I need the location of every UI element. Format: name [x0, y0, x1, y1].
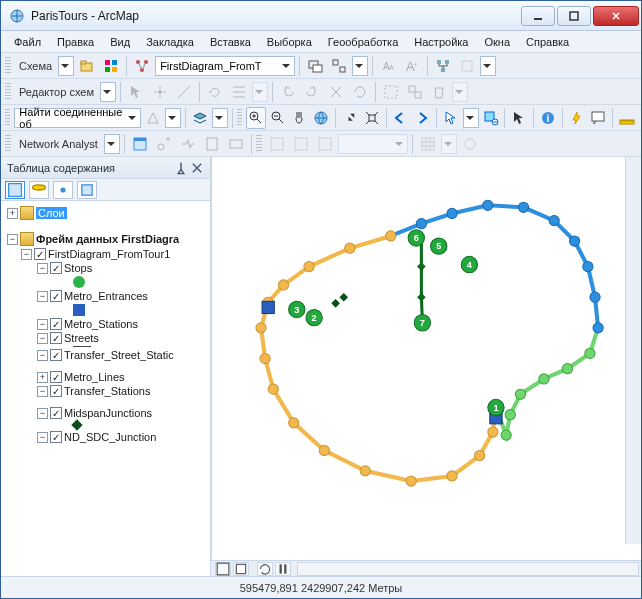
layer-label[interactable]: Metro_Entrances: [64, 290, 148, 302]
layer-label[interactable]: ND_SDC_Junction: [64, 431, 156, 443]
expand-icon[interactable]: +: [7, 208, 18, 219]
collapse-icon[interactable]: −: [7, 234, 18, 245]
checkbox[interactable]: [50, 332, 62, 344]
open-schematic-icon[interactable]: [76, 55, 98, 77]
menu-file[interactable]: Файл: [7, 34, 48, 50]
schematic-tree-icon[interactable]: [131, 55, 153, 77]
layer-label[interactable]: Streets: [64, 332, 99, 344]
pin-icon[interactable]: [174, 161, 188, 175]
fixed-zoom-out-icon[interactable]: [362, 107, 382, 129]
close-button[interactable]: [593, 6, 639, 26]
root-label[interactable]: Слои: [36, 207, 67, 219]
na-window-icon[interactable]: [129, 133, 151, 155]
layers-icon[interactable]: [190, 107, 210, 129]
menu-windows[interactable]: Окна: [477, 34, 517, 50]
clear-selection-icon[interactable]: [481, 107, 501, 129]
layer-label[interactable]: Transfer_Stations: [64, 385, 150, 397]
collapse-icon[interactable]: −: [37, 333, 48, 344]
checkbox[interactable]: [50, 407, 62, 419]
tree-layer-midspan[interactable]: − MidspanJunctions: [3, 406, 208, 420]
tree-layer-streets[interactable]: − Streets: [3, 331, 208, 345]
checkbox[interactable]: [50, 290, 62, 302]
tree-root-layers[interactable]: + Слои: [3, 205, 208, 221]
maximize-button[interactable]: [557, 6, 591, 26]
arrange-dropdown[interactable]: [352, 56, 368, 76]
layout-dropdown[interactable]: [480, 56, 496, 76]
layer-label[interactable]: MidspanJunctions: [64, 407, 152, 419]
toc-tree[interactable]: + Слои − Фрейм данных FirstDiagra − Firs…: [1, 201, 210, 576]
tree-layer-metro-entrances[interactable]: − Metro_Entrances: [3, 289, 208, 303]
collapse-icon[interactable]: −: [21, 249, 32, 260]
menu-geoprocessing[interactable]: Геообработка: [321, 34, 406, 50]
dataframe-label[interactable]: Фрейм данных FirstDiagra: [36, 233, 179, 245]
collapse-icon[interactable]: −: [37, 263, 48, 274]
schem-editor-dropdown[interactable]: [100, 82, 116, 102]
arrange-icon[interactable]: [328, 55, 350, 77]
na-dropdown[interactable]: [104, 134, 120, 154]
select-features-icon[interactable]: [441, 107, 461, 129]
layer-label[interactable]: Transfer_Street_Static: [64, 349, 174, 361]
tab-list-by-drawing[interactable]: [5, 181, 25, 199]
layer-label[interactable]: Metro_Lines: [64, 371, 125, 383]
layer-label[interactable]: Metro_Stations: [64, 318, 138, 330]
checkbox[interactable]: [50, 262, 62, 274]
menu-bookmark[interactable]: Закладка: [139, 34, 201, 50]
pan-icon[interactable]: [289, 107, 309, 129]
tree-layer-transfer-street[interactable]: − Transfer_Street_Static: [3, 348, 208, 362]
refresh-view-icon[interactable]: [257, 562, 273, 576]
trace-dropdown[interactable]: [165, 108, 181, 128]
tab-data-view[interactable]: [215, 562, 231, 576]
collapse-icon[interactable]: −: [37, 350, 48, 361]
full-extent-icon[interactable]: [311, 107, 331, 129]
html-popup-icon[interactable]: [589, 107, 609, 129]
menu-edit[interactable]: Правка: [50, 34, 101, 50]
checkbox[interactable]: [50, 385, 62, 397]
vertical-scrollbar[interactable]: [625, 157, 641, 544]
next-extent-icon[interactable]: [412, 107, 432, 129]
collapse-icon[interactable]: −: [37, 432, 48, 443]
pause-drawing-icon[interactable]: [275, 562, 291, 576]
identify-icon[interactable]: i: [538, 107, 558, 129]
menu-view[interactable]: Вид: [103, 34, 137, 50]
select-elements-icon[interactable]: [509, 107, 529, 129]
checkbox[interactable]: [34, 248, 46, 260]
prev-extent-icon[interactable]: [390, 107, 410, 129]
collapse-icon[interactable]: −: [37, 386, 48, 397]
menu-insert[interactable]: Вставка: [203, 34, 258, 50]
minimize-button[interactable]: [521, 6, 555, 26]
tree-dataset[interactable]: − FirstDiagram_FromTour1: [3, 247, 208, 261]
collapse-icon[interactable]: −: [37, 408, 48, 419]
select-dropdown[interactable]: [463, 108, 479, 128]
collapse-icon[interactable]: −: [37, 319, 48, 330]
tab-list-by-source[interactable]: [29, 181, 49, 199]
layers-dropdown[interactable]: [212, 108, 228, 128]
tree-layer-metro-lines[interactable]: + Metro_Lines: [3, 370, 208, 384]
tree-layer-stops[interactable]: − Stops: [3, 261, 208, 275]
zoom-in-icon[interactable]: [246, 107, 266, 129]
fixed-zoom-in-icon[interactable]: [340, 107, 360, 129]
menu-selection[interactable]: Выборка: [260, 34, 319, 50]
menu-help[interactable]: Справка: [519, 34, 576, 50]
layer-label[interactable]: Stops: [64, 262, 92, 274]
tab-list-by-selection[interactable]: [77, 181, 97, 199]
zoom-out-icon[interactable]: [268, 107, 288, 129]
schema-dropdown[interactable]: [58, 56, 74, 76]
collapse-icon[interactable]: −: [37, 291, 48, 302]
horizontal-scrollbar[interactable]: [297, 562, 639, 576]
tree-dataframe[interactable]: − Фрейм данных FirstDiagra: [3, 231, 208, 247]
close-panel-icon[interactable]: [190, 161, 204, 175]
expand-icon[interactable]: +: [37, 372, 48, 383]
schematic-grid-icon[interactable]: [100, 55, 122, 77]
layout-algo-icon[interactable]: [432, 55, 454, 77]
diagram-combo[interactable]: FirstDiagram_FromT: [155, 56, 295, 76]
tree-layer-metro-stations[interactable]: − Metro_Stations: [3, 317, 208, 331]
map-canvas[interactable]: 1 2 3 4 5 6 7: [211, 157, 641, 560]
checkbox[interactable]: [50, 349, 62, 361]
measure-icon[interactable]: [617, 107, 637, 129]
checkbox[interactable]: [50, 371, 62, 383]
tab-layout-view[interactable]: [233, 562, 249, 576]
dataset-label[interactable]: FirstDiagram_FromTour1: [48, 248, 170, 260]
tab-list-by-visibility[interactable]: [53, 181, 73, 199]
tree-layer-transfer-stations[interactable]: − Transfer_Stations: [3, 384, 208, 398]
menu-customize[interactable]: Настройка: [407, 34, 475, 50]
